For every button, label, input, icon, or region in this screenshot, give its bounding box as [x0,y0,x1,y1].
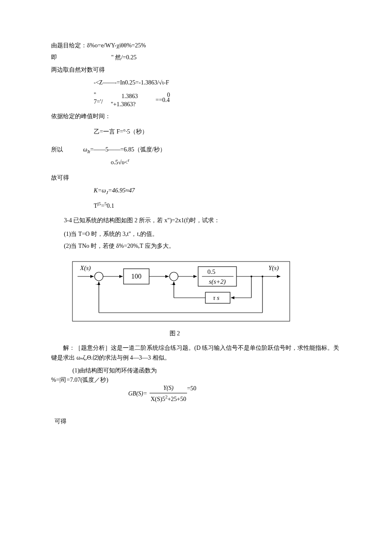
block-diagram-svg: X(s) − 100 − 0.5 s(s+2) Y(s) τ s [68,257,294,325]
equation-text: 7='/ [94,98,103,106]
equation-text: "+1.3863? [111,101,135,108]
diagram-block-100: 100 [131,273,141,280]
equation-text: Y(S) [163,385,173,391]
equation-text: =46.95≈47 [108,187,135,194]
text-line: 所以 ωIt=——5——=6.85（弧度/秒） [51,145,341,155]
equation-block: GB(S)= Y(S) =50 X(S)52+25+50 [128,384,341,404]
diagram-block-num: 0.5 [208,268,216,275]
svg-text:−: − [95,281,99,288]
diagram-block-tau: τ s [213,294,219,301]
equation-sup: j5 [98,201,101,206]
figure-caption: 图 2 [102,329,247,338]
text: 两边取自然对数可得 [51,67,105,73]
equation-block: K=ωJ=46.95≈47 [94,186,341,196]
text: 可得 [55,418,66,424]
text: 图 2 [170,330,180,337]
equation-text: 乙=一言 F=°·5（秒） [94,128,148,135]
diagram-label-xs: X(s) [80,264,91,272]
diagram-label-ys: Y(s) [268,264,279,272]
problem-statement: 3-4 已知系统的结构图如图 2 所示，若 x")=2x1(f)时，试求： [51,216,341,225]
text: 即 [51,54,57,61]
equation-block: -<Z——-=In0.25=-1.3863/√ι-F [94,78,341,87]
problem-sub: (1)当 T=O 时，系统的 3,t"，t,的值。 [51,230,341,239]
solution-analysis: 解：［题意分析］这是一道二阶系统综合练习题。(D 练习输入信号不是单位阶跃信号时… [51,343,341,363]
text: (1)由结构图可知闭环传递函数为 [72,367,157,374]
text-line: 即 " 然/=0.25 [51,53,341,62]
text-line: 依据给定的峰值时间： [51,112,341,121]
equation-text: o.5√υ< [111,159,128,165]
equation-text: = [101,202,104,209]
equation-text: =50 [187,385,196,392]
equation-text: 1.3863 [121,93,138,100]
text: 3-4 已知系统的结构图如图 2 所示，若 x")=2x1(f)时，试求： [64,217,220,224]
equation-text: 0.1 [107,202,115,209]
block-diagram: X(s) − 100 − 0.5 s(s+2) Y(s) τ s [68,257,294,325]
equation-sub: It [87,149,90,154]
svg-point-2 [95,272,103,281]
equation-text: -<Z——-=In0.25=-1.3863/√ι-F [94,79,169,86]
text: 依据给定的峰值时间： [51,113,111,119]
equation-block: " 7='/ 1.3863 "+1.3863? ==0.4 0 [94,91,341,108]
text: 所以 [51,146,63,153]
text-line: 两边取自然对数可得 [51,65,341,75]
equation-text: T [94,202,98,209]
text: 解：［题意分析］这是一道二阶系统综合练习题。(D 练习输入信号不是单位阶跃信号时… [51,345,339,360]
text: %=|司=7.07(弧度／秒) [51,377,108,383]
text: " 然/=0.25 [111,54,137,61]
text: (1)当 T=O 时，系统的 3,t"，t,的值。 [64,231,158,237]
equation-block: Tj5=50.1 [94,200,341,211]
equation-block: 乙=一言 F=°·5（秒） [94,127,341,137]
equation-text: =——5——=6.85（弧度/秒） [90,146,166,153]
text-line: 可得 [55,417,341,426]
text-line: 故可得 [51,173,341,183]
equation-text: +25+50 [167,396,186,402]
svg-text:−: − [170,281,174,288]
text-line: 由题目给定：δ%o=e/WY-χiθθ%=25% [51,41,341,50]
equation-text: X(S)5 [150,396,165,402]
equation-text: K=ω [94,187,106,194]
text: 由题目给定：δ%o=e/WY-χiθθ%=25% [51,42,146,49]
text: 故可得 [51,174,69,181]
text-line: (1)由结构图可知闭环传递函数为 [51,366,341,375]
svg-rect-0 [72,262,290,321]
diagram-block-den: s(s+2) [209,278,225,285]
equation-text: 0 [167,91,170,99]
equation-text: ω [83,146,87,153]
problem-sub: (2)当 TNo 时，若使 δ%=20%,T 应为多大。 [51,241,341,251]
text-line: %=|司=7.07(弧度／秒) [51,375,341,385]
equation-text: GB(S)= [128,390,147,397]
svg-point-7 [170,272,178,281]
equation-sup: r [128,157,130,163]
text: (2)当 TNo 时，若使 δ%=20%,T 应为多大。 [64,243,175,249]
equation-denom: o.5√υ<r [111,157,341,167]
